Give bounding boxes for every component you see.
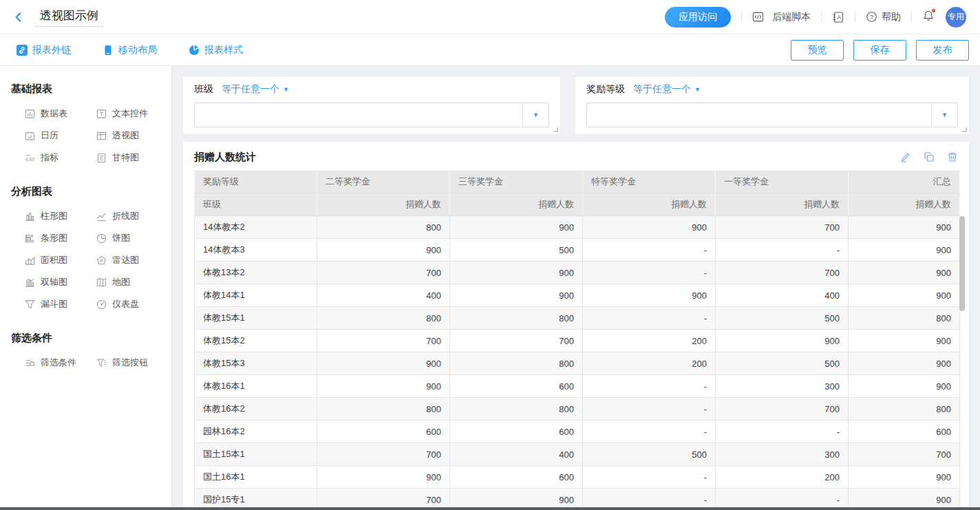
text-widget-icon [96,109,107,119]
sidebar-item-pie-chart[interactable]: 饼图 [96,227,171,249]
sidebar-item-calendar[interactable]: 日历 [25,125,96,147]
sidebar-item-text-widget[interactable]: 文本控件 [96,103,171,125]
help-button[interactable]: ? 帮助 [866,11,901,23]
row-label-cell: 14体教本3 [195,239,317,262]
sidebar-item-line-chart[interactable]: 折线图 [96,205,171,227]
pivot-header-row-measures: 班级 捐赠人数 捐赠人数 捐赠人数 捐赠人数 捐赠人数 [195,193,960,216]
report-style-button[interactable]: 报表样式 [189,44,243,56]
question-circle-icon: ? [866,11,877,23]
notification-button[interactable] [922,10,935,24]
divider [911,12,912,23]
filter-widget-reward-level[interactable]: 奖励等级 等于任意一个 ▼ ▼ [575,76,970,135]
edit-icon[interactable] [900,151,911,162]
sidebar-item-metric[interactable]: 4,80 指标 [25,147,96,169]
dual-axis-chart-icon [25,277,35,288]
pivot-table-body: 14体教本2 800 900 900 700 900 14体教本3 900 50… [195,216,960,510]
avatar[interactable]: 专用 [946,7,966,28]
sidebar-item-radar-chart[interactable]: 雷达图 [96,249,171,271]
row-label-cell: 体教14本1 [195,284,317,307]
table-row: 体教14本1 400 900 900 400 900 [195,284,960,307]
filter-field-label: 奖励等级 [586,83,625,96]
copy-icon[interactable] [924,151,935,162]
sidebar-item-filter-button[interactable]: 筛选按钮 [96,352,171,374]
filter-value-select[interactable]: ▼ [586,103,958,127]
value-cell: 900 [317,239,450,262]
filter-widget-class[interactable]: 班级 等于任意一个 ▼ ▼ [182,76,561,135]
filter-value-select[interactable]: ▼ [194,103,549,127]
section-title-filters: 筛选条件 [11,332,171,345]
preview-button[interactable]: 预览 [791,40,844,61]
map-icon [96,277,107,288]
page-title[interactable]: 透视图示例 [36,8,103,27]
funnel-icon [25,299,35,310]
sidebar-item-gantt[interactable]: 甘特图 [96,147,171,169]
sidebar-item-data-table[interactable]: 数据表 [25,103,96,125]
bar-chart-icon [25,233,35,244]
report-link-button[interactable]: 报表外链 [17,44,71,56]
value-cell: 600 [849,421,960,443]
filter-operator-dropdown[interactable]: 等于任意一个 ▼ [222,83,289,96]
table-row: 园林16本2 600 600 - - 600 [195,421,960,443]
sidebar-item-column-chart[interactable]: 柱形图 [25,205,96,227]
filter-operator-dropdown[interactable]: 等于任意一个 ▼ [633,83,701,96]
horizontal-scrollbar[interactable] [0,507,980,510]
value-cell: 400 [450,443,583,466]
pivot-widget[interactable]: 捐赠人数统计 [182,141,970,510]
value-cell: 700 [317,443,450,466]
code-icon [752,11,764,23]
measure-header: 捐赠人数 [450,193,583,216]
filter-operator-label: 等于任意一个 [633,83,691,96]
value-cell: - [716,421,849,443]
sidebar-item-funnel-chart[interactable]: 漏斗图 [25,293,96,315]
sidebar-item-dual-axis-chart[interactable]: 双轴图 [25,271,96,293]
value-cell: - [583,262,716,284]
table-row: 体教16本1 900 600 - 300 900 [195,375,960,398]
sidebar-item-area-chart[interactable]: 面积图 [25,249,96,271]
row-label-cell: 体教15本3 [195,352,317,375]
save-button[interactable]: 保存 [853,40,906,61]
vertical-scrollbar-thumb[interactable] [959,216,965,311]
back-button[interactable] [12,11,25,23]
delete-icon[interactable] [947,151,958,162]
sidebar-item-bar-chart[interactable]: 条形图 [25,227,96,249]
backend-script-button[interactable]: 后端脚本 [752,11,811,23]
value-cell: 500 [716,307,849,330]
value-cell: 900 [849,262,960,284]
value-cell: 900 [849,216,960,239]
mobile-layout-button[interactable]: 移动布局 [103,44,157,56]
publish-button[interactable]: 发布 [916,40,969,61]
address-book-button[interactable]: A [832,11,844,23]
resize-handle[interactable] [553,127,558,132]
table-row: 14体教本2 800 900 900 700 900 [195,216,960,239]
svg-text:A: A [837,14,841,21]
sidebar-item-pivot[interactable]: 透视图 [96,125,171,147]
value-cell: 900 [450,284,583,307]
data-table-icon [25,109,35,119]
table-row: 国土15本1 700 400 500 300 700 [195,443,960,466]
sidebar-item-gauge[interactable]: 仪表盘 [96,293,171,315]
value-cell: 700 [317,262,450,284]
caret-down-icon: ▼ [283,87,289,93]
value-cell: 800 [317,398,450,421]
sidebar-item-filter-condition[interactable]: 筛选条件 [25,352,96,374]
value-cell: 900 [849,330,960,352]
row-label-cell: 国土16本1 [195,466,317,489]
widget-sidebar: 基础报表 数据表 文本控件 日历 [0,66,172,510]
value-cell: 800 [317,216,450,239]
line-chart-icon [96,211,107,222]
row-label-cell: 14体教本2 [195,216,317,239]
sidebar-item-map[interactable]: 地图 [96,271,171,293]
value-cell: 900 [849,352,960,375]
value-cell: 900 [583,284,716,307]
back-chevron-icon [12,11,25,23]
app-access-button[interactable]: 应用访问 [665,7,731,28]
caret-down-icon: ▼ [533,112,539,118]
address-book-icon: A [832,11,844,23]
caret-down-icon: ▼ [941,112,948,118]
resize-handle[interactable] [962,127,967,132]
report-style-label: 报表样式 [204,44,243,56]
value-cell: 800 [849,307,960,330]
value-cell: 900 [317,466,450,489]
pivot-table: 奖励等级 二等奖学金 三等奖学金 特等奖学金 一等奖学金 汇总 班级 捐赠人数 … [194,170,960,510]
svg-text:?: ? [870,14,873,21]
